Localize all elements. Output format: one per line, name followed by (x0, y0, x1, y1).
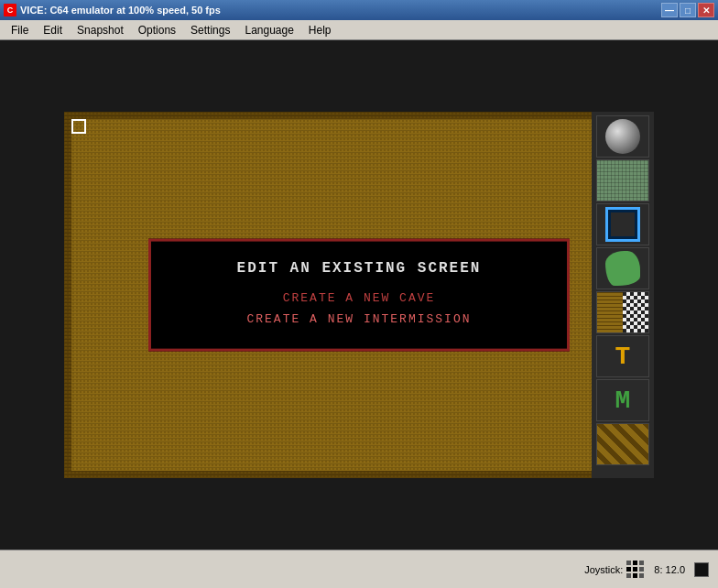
sprite-frame (596, 203, 649, 245)
jdot-3 (639, 561, 644, 565)
menu-options[interactable]: Options (131, 22, 183, 38)
sprite-wall-check (596, 291, 649, 333)
window-title: VICE: C64 emulator at 100% speed, 50 fps (20, 5, 221, 16)
jdot-8 (633, 573, 637, 578)
title-bar-left: C VICE: C64 emulator at 100% speed, 50 f… (4, 4, 221, 16)
title-bar: C VICE: C64 emulator at 100% speed, 50 f… (0, 0, 718, 20)
sprite-t: T (596, 335, 649, 377)
minimize-button[interactable]: — (661, 3, 678, 17)
right-panel: T M (592, 112, 654, 478)
amoeba-sprite (605, 251, 640, 286)
menu-settings[interactable]: Settings (183, 22, 237, 38)
maximize-button[interactable]: □ (680, 3, 696, 17)
menu-edit[interactable]: Edit (36, 22, 70, 38)
jdot-2 (633, 561, 637, 565)
dialog-option-1[interactable]: CREATE A NEW CAVE (179, 288, 539, 309)
sprite-boulder (596, 115, 649, 158)
status-bar: Joystick: 8: 12.0 (0, 550, 718, 588)
stripe-sprite (597, 424, 648, 464)
c64-screen: T M EDIT AN EXISTING SCREEN CREATE A NEW… (64, 112, 654, 478)
app-icon: C (4, 4, 16, 16)
menu-file[interactable]: File (4, 22, 36, 38)
title-bar-buttons: — □ ✕ (661, 3, 714, 17)
sprite-dirt (596, 159, 649, 201)
sprite-stripe-bottom (596, 423, 649, 465)
jdot-6 (639, 567, 644, 572)
top-left-indicator (71, 119, 86, 134)
close-button[interactable]: ✕ (698, 3, 714, 17)
menu-help[interactable]: Help (301, 22, 339, 38)
frame-sprite (605, 207, 640, 242)
menu-language[interactable]: Language (237, 22, 300, 38)
t-letter: T (615, 343, 631, 371)
led-indicator (694, 562, 709, 577)
menu-snapshot[interactable]: Snapshot (70, 22, 131, 38)
menu-bar: File Edit Snapshot Options Settings Lang… (0, 20, 718, 40)
jdot-7 (626, 573, 631, 578)
jdot-4 (626, 567, 631, 572)
dirt-sprite (597, 160, 648, 201)
joystick-dots (626, 561, 645, 579)
sprite-amoeba (596, 247, 649, 289)
joystick-label: Joystick: (584, 564, 623, 575)
boulder-sprite (605, 119, 640, 154)
checkered-right (623, 292, 648, 332)
sprite-m: M (596, 379, 649, 421)
jdot-1 (626, 561, 631, 565)
speed-display: 8: 12.0 (654, 564, 685, 575)
dialog-box: EDIT AN EXISTING SCREEN CREATE A NEW CAV… (148, 239, 570, 352)
strip-left (597, 292, 623, 332)
joystick-indicator: Joystick: (584, 561, 645, 579)
jdot-5 (633, 567, 637, 572)
dialog-option-2[interactable]: CREATE A NEW INTERMISSION (179, 309, 539, 330)
jdot-9 (639, 573, 644, 578)
dialog-title: EDIT AN EXISTING SCREEN (179, 260, 539, 277)
m-letter: M (615, 387, 631, 415)
main-content: T M EDIT AN EXISTING SCREEN CREATE A NEW… (0, 40, 718, 550)
